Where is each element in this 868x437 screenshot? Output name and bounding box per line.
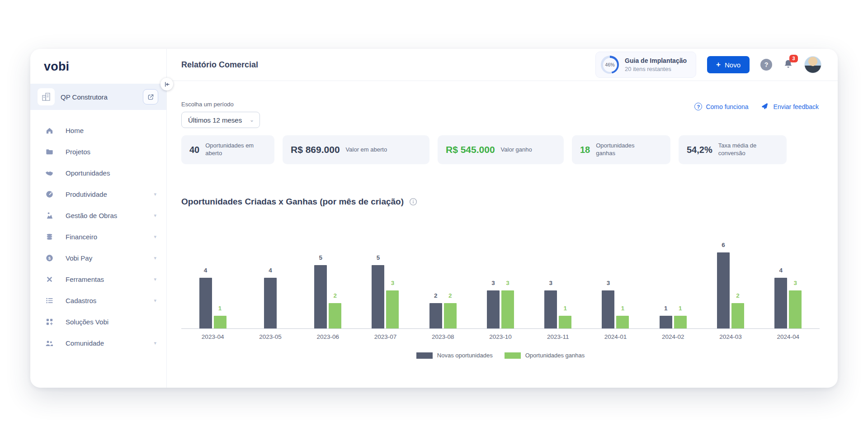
chevron-down-icon bbox=[154, 213, 156, 218]
chevron-down-icon bbox=[154, 234, 156, 240]
sidebar-item-label: Soluções Vobi bbox=[66, 318, 108, 326]
workspace-switcher[interactable]: QP Construtora bbox=[30, 84, 166, 110]
chevron-down-icon bbox=[154, 255, 156, 261]
x-tick-label: 2023-11 bbox=[529, 333, 587, 340]
help-icon[interactable] bbox=[760, 59, 772, 71]
sidebar: vobi QP Construtora HomeProjetosOportuni… bbox=[30, 49, 167, 388]
sidebar-item-comunidade[interactable]: Comunidade bbox=[30, 332, 166, 354]
progress-ring: 46% bbox=[601, 56, 619, 74]
bar-novas-oportunidades-2024-02: 1 bbox=[660, 316, 672, 328]
chevron-down-icon bbox=[250, 117, 254, 123]
send-feedback-link[interactable]: Enviar feedback bbox=[761, 103, 819, 110]
bar-novas-oportunidades-2023-07: 5 bbox=[372, 265, 384, 328]
chevron-down-icon bbox=[154, 298, 156, 304]
sidebar-item-label: Produtividade bbox=[66, 190, 107, 198]
bar-oportunidades-ganhas-2023-11: 1 bbox=[559, 316, 571, 328]
bar-oportunidades-ganhas-2023-07: 3 bbox=[386, 290, 399, 328]
sidebar-item-projetos[interactable]: Projetos bbox=[30, 141, 166, 162]
x-axis-labels: 2023-042023-052023-062023-072023-082023-… bbox=[181, 333, 820, 340]
bar-group-2024-02: 11 bbox=[644, 243, 702, 328]
new-button[interactable]: Novo bbox=[707, 56, 750, 73]
bar-value-label: 5 bbox=[319, 254, 322, 261]
kpi-label: Oportunidades em aberto bbox=[205, 142, 264, 157]
topbar: Relatório Comercial 46% Guia de Implanta… bbox=[167, 49, 838, 81]
kpi-label: Taxa média de conversão bbox=[718, 142, 777, 157]
page-title: Relatório Comercial bbox=[181, 60, 258, 70]
report-content: Escolha um período Últimos 12 meses Como… bbox=[167, 81, 838, 388]
legend-swatch bbox=[505, 352, 521, 359]
bar-value-label: 1 bbox=[679, 305, 682, 312]
home-icon bbox=[44, 126, 54, 135]
sidebar-item-label: Home bbox=[66, 127, 84, 134]
chart-title: Oportunidades Criadas x Ganhas (por mês … bbox=[181, 197, 404, 207]
main-panel: Relatório Comercial 46% Guia de Implanta… bbox=[167, 49, 838, 388]
bar-group-2023-07: 53 bbox=[357, 243, 414, 328]
bar-value-label: 6 bbox=[722, 242, 725, 248]
kpi-card-oportunidades-em-aberto: 40Oportunidades em aberto bbox=[181, 135, 274, 164]
kpi-card-valor-ganho: R$ 545.000Valor ganho bbox=[438, 135, 564, 164]
how-it-works-link[interactable]: Como funciona bbox=[694, 103, 748, 110]
sidebar-item-vobi-pay[interactable]: $Vobi Pay bbox=[30, 247, 166, 269]
sidebar-item-gestao-de-obras[interactable]: Gestão de Obras bbox=[30, 205, 166, 226]
bar-novas-oportunidades-2023-10: 3 bbox=[487, 290, 500, 328]
bar-oportunidades-ganhas-2024-02: 1 bbox=[674, 316, 687, 328]
bar-novas-oportunidades-2023-05: 4 bbox=[264, 278, 277, 328]
sidebar-item-ferramentas[interactable]: Ferramentas bbox=[30, 269, 166, 290]
app-window: vobi QP Construtora HomeProjetosOportuni… bbox=[30, 49, 838, 388]
people-icon bbox=[44, 339, 54, 348]
x-tick-label: 2023-06 bbox=[299, 333, 357, 340]
gauge-icon bbox=[44, 190, 54, 199]
bar-value-label: 1 bbox=[563, 305, 567, 312]
bar-value-label: 3 bbox=[549, 280, 552, 286]
bar-oportunidades-ganhas-2023-06: 2 bbox=[329, 303, 341, 328]
svg-text:$: $ bbox=[48, 256, 51, 261]
period-select[interactable]: Últimos 12 meses bbox=[181, 112, 260, 128]
bar-group-2023-08: 22 bbox=[414, 243, 472, 328]
question-circle-icon bbox=[694, 103, 702, 110]
period-select-value: Últimos 12 meses bbox=[188, 116, 242, 124]
bar-group-2023-05: 4 bbox=[241, 243, 299, 328]
bar-novas-oportunidades-2024-01: 3 bbox=[602, 290, 614, 328]
grid-plus-icon bbox=[44, 318, 54, 326]
sidebar-collapse-button[interactable] bbox=[160, 78, 173, 90]
kpi-value: R$ 545.000 bbox=[446, 144, 495, 155]
sidebar-item-produtividade[interactable]: Produtividade bbox=[30, 184, 166, 205]
notifications-button[interactable]: 3 bbox=[783, 59, 793, 71]
implementation-guide-widget[interactable]: 46% Guia de Implantação 20 itens restant… bbox=[595, 52, 696, 78]
bar-value-label: 2 bbox=[448, 292, 452, 299]
bar-value-label: 4 bbox=[779, 267, 783, 274]
bar-novas-oportunidades-2023-06: 5 bbox=[314, 265, 327, 328]
sidebar-item-label: Ferramentas bbox=[66, 276, 104, 283]
legend-label: Novas oportunidades bbox=[437, 352, 493, 359]
bar-value-label: 3 bbox=[391, 280, 395, 286]
sidebar-item-home[interactable]: Home bbox=[30, 120, 166, 141]
user-avatar[interactable] bbox=[804, 56, 821, 73]
bar-group-2023-11: 31 bbox=[529, 243, 587, 328]
handshake-icon bbox=[44, 169, 54, 178]
sidebar-item-cadastros[interactable]: Cadastros bbox=[30, 290, 166, 311]
sidebar-item-label: Financeiro bbox=[66, 233, 97, 241]
legend-item-novas-oportunidades: Novas oportunidades bbox=[416, 352, 493, 359]
x-tick-label: 2023-05 bbox=[241, 333, 299, 340]
external-link-icon[interactable] bbox=[143, 89, 158, 104]
sidebar-item-financeiro[interactable]: Financeiro bbox=[30, 226, 166, 247]
bar-group-2023-06: 52 bbox=[299, 243, 357, 328]
kpi-label: Valor em aberto bbox=[346, 146, 387, 154]
x-tick-label: 2023-08 bbox=[414, 333, 472, 340]
sidebar-item-solucoes-vobi[interactable]: Soluções Vobi bbox=[30, 311, 166, 332]
vobi-logo: vobi bbox=[44, 60, 166, 74]
bar-group-2023-10: 33 bbox=[472, 243, 529, 328]
coins-icon bbox=[44, 233, 54, 241]
guide-title: Guia de Implantação bbox=[625, 57, 687, 64]
bar-value-label: 4 bbox=[204, 267, 208, 274]
company-logo-icon bbox=[38, 88, 55, 105]
sidebar-menu: HomeProjetosOportunidadesProdutividadeGe… bbox=[30, 120, 166, 354]
kpi-label: Valor ganho bbox=[501, 146, 532, 154]
sidebar-item-oportunidades[interactable]: Oportunidades bbox=[30, 162, 166, 184]
megaphone-icon bbox=[761, 103, 770, 110]
sidebar-item-label: Gestão de Obras bbox=[66, 212, 117, 219]
bar-oportunidades-ganhas-2024-04: 3 bbox=[789, 290, 802, 328]
bar-group-2024-01: 31 bbox=[587, 243, 644, 328]
bar-value-label: 4 bbox=[269, 267, 272, 274]
info-icon bbox=[409, 198, 417, 206]
